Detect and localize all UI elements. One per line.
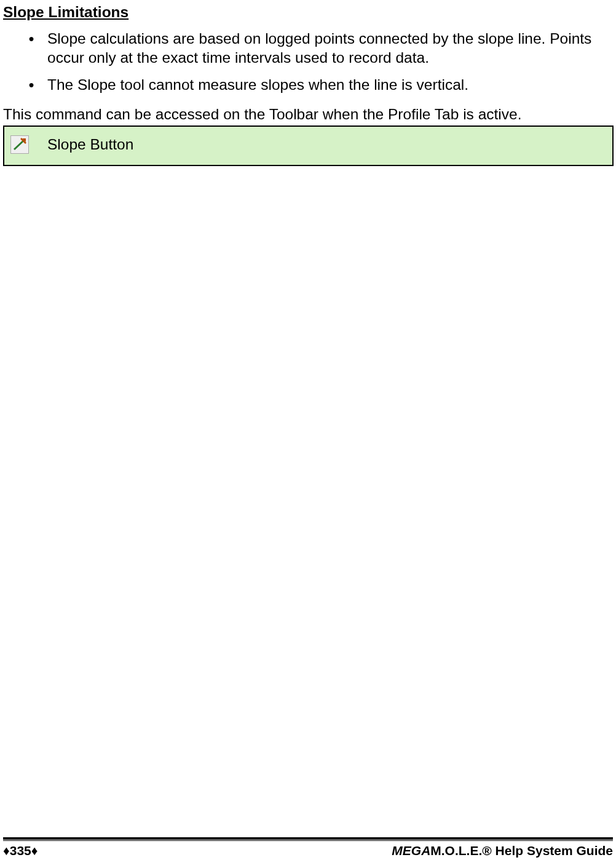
bullet-text: Slope calculations are based on logged p… [47, 30, 613, 67]
footer-rule-thin [3, 840, 613, 841]
button-label: Slope Button [42, 136, 133, 153]
bullet-list: ● Slope calculations are based on logged… [3, 30, 613, 95]
list-item: ● The Slope tool cannot measure slopes w… [3, 76, 613, 95]
guide-suffix: M.O.L.E.® Help System Guide [430, 843, 613, 858]
footer-rule-thick [3, 837, 613, 840]
slope-icon [10, 135, 29, 154]
icon-cell [10, 135, 42, 154]
page-number: ♦335♦ [3, 843, 38, 858]
button-callout-box: Slope Button [3, 125, 614, 166]
section-heading: Slope Limitations [3, 4, 613, 21]
guide-prefix: MEGA [392, 843, 430, 858]
bullet-text: The Slope tool cannot measure slopes whe… [47, 76, 613, 95]
page-footer: ♦335♦ MEGAM.O.L.E.® Help System Guide [0, 837, 616, 858]
access-description: This command can be accessed on the Tool… [3, 106, 613, 123]
bullet-icon: ● [3, 76, 47, 94]
table-row: Slope Button [4, 127, 612, 165]
guide-title: MEGAM.O.L.E.® Help System Guide [392, 843, 613, 858]
list-item: ● Slope calculations are based on logged… [3, 30, 613, 67]
bullet-icon: ● [3, 30, 47, 48]
